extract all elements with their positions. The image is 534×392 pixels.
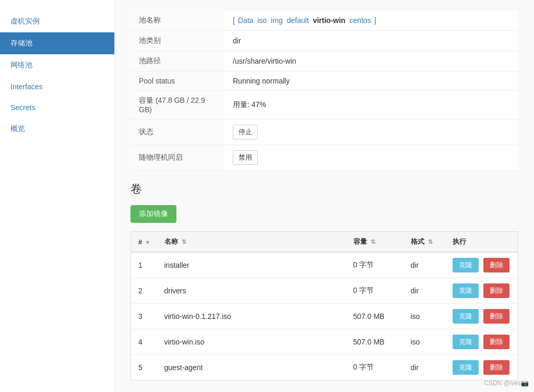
autostart-label: 随物理机同启 [130, 145, 224, 171]
col-header-action: 执行 [445, 232, 518, 253]
cell-name: installer [157, 252, 346, 278]
pool-link-centos[interactable]: centos [350, 16, 371, 25]
table-row: 2 drivers 0 字节 dir 克隆 删除 [131, 278, 518, 304]
pool-status-label: Pool status [130, 72, 224, 91]
cell-size: 0 字节 [346, 252, 404, 278]
pool-link-iso[interactable]: iso [257, 16, 267, 25]
sort-icon-name[interactable]: ⇅ [182, 239, 186, 245]
info-row-pool-name: 池名称 [ Data iso img default virtio-win ce… [130, 10, 518, 31]
cell-action: 克隆 删除 [445, 252, 518, 278]
sidebar-item-interfaces[interactable]: Interfaces [0, 76, 114, 97]
col-header-format: 格式 ⇅ [404, 232, 445, 253]
volumes-table: # ▾ 名称 ⇅ 容量 ⇅ 格式 ⇅ [130, 231, 518, 381]
clone-button-2[interactable]: 克隆 [453, 283, 479, 298]
pool-type-label: 池类别 [130, 31, 224, 51]
table-row: 1 installer 0 字节 dir 克隆 删除 [131, 252, 518, 278]
clone-button-3[interactable]: 克隆 [453, 309, 479, 324]
info-row-pool-path: 池路径 /usr/share/virtio-win [130, 51, 518, 72]
sidebar-item-overview[interactable]: 概览 [0, 118, 114, 140]
col-header-size: 容量 ⇅ [346, 232, 404, 253]
cell-size: 507.0 MB [346, 329, 404, 355]
delete-button-4[interactable]: 删除 [483, 335, 509, 349]
col-header-num: # ▾ [131, 232, 157, 253]
pool-status-value: Running normally [224, 72, 518, 91]
cell-size: 0 字节 [346, 278, 404, 304]
cell-num: 1 [131, 252, 157, 278]
col-header-name: 名称 ⇅ [157, 232, 346, 253]
cell-format: iso [404, 329, 445, 355]
cell-num: 2 [131, 278, 157, 304]
cell-format: iso [404, 304, 445, 329]
cell-size: 0 字节 [346, 355, 404, 381]
state-label: 状态 [130, 120, 224, 145]
info-table: 池名称 [ Data iso img default virtio-win ce… [130, 10, 518, 171]
capacity-label: 容量 (47.8 GB / 22.9 GB) [130, 91, 224, 120]
info-row-pool-status: Pool status Running normally [130, 72, 518, 91]
pool-link-virtio-win[interactable]: virtio-win [313, 16, 345, 25]
delete-button-3[interactable]: 删除 [483, 309, 509, 324]
info-row-autostart: 随物理机同启 禁用 [130, 145, 518, 171]
clone-button-5[interactable]: 克隆 [453, 360, 479, 375]
sort-icon-size[interactable]: ⇅ [371, 239, 375, 245]
cell-format: dir [404, 355, 445, 381]
table-row: 4 virtio-win.iso 507.0 MB iso 克隆 删除 [131, 329, 518, 355]
cell-name: virtio-win-0.1.217.iso [157, 304, 346, 329]
table-row: 3 virtio-win-0.1.217.iso 507.0 MB iso 克隆… [131, 304, 518, 329]
cell-name: guest-agent [157, 355, 346, 381]
delete-button-2[interactable]: 删除 [483, 283, 509, 298]
cell-name: virtio-win.iso [157, 329, 346, 355]
cell-action: 克隆 删除 [445, 278, 518, 304]
clone-button-1[interactable]: 克隆 [453, 258, 479, 272]
info-row-state: 状态 停止 [130, 120, 518, 145]
delete-button-5[interactable]: 删除 [483, 360, 509, 375]
cell-num: 5 [131, 355, 157, 381]
sidebar-item-vm-instances[interactable]: 虚机实例 [0, 10, 114, 32]
delete-button-1[interactable]: 删除 [483, 258, 509, 272]
cell-size: 507.0 MB [346, 304, 404, 329]
pool-path-label: 池路径 [130, 51, 224, 72]
pool-link-data[interactable]: Data [238, 16, 254, 25]
pool-link-default[interactable]: default [287, 16, 309, 25]
pool-link-img[interactable]: img [271, 16, 283, 25]
cell-num: 3 [131, 304, 157, 329]
sort-icon-format[interactable]: ⇅ [428, 239, 433, 245]
sidebar-item-secrets[interactable]: Secrets [0, 97, 114, 118]
info-row-capacity: 容量 (47.8 GB / 22.9 GB) 用量: 47% [130, 91, 518, 120]
disable-autostart-button[interactable]: 禁用 [233, 150, 258, 165]
cell-format: dir [404, 252, 445, 278]
cell-name: drivers [157, 278, 346, 304]
sidebar: 虚机实例 存储池 网络池 Interfaces Secrets 概览 [0, 0, 115, 392]
sort-icon-num[interactable]: ▾ [146, 239, 149, 245]
cell-format: dir [404, 278, 445, 304]
sidebar-item-network-pool[interactable]: 网络池 [0, 54, 114, 76]
info-row-pool-type: 池类别 dir [130, 31, 518, 51]
sidebar-item-storage-pool[interactable]: 存储池 [0, 32, 114, 54]
add-image-button[interactable]: 添加镜像 [130, 205, 176, 223]
pool-path-value: /usr/share/virtio-win [224, 51, 518, 72]
table-header-row: # ▾ 名称 ⇅ 容量 ⇅ 格式 ⇅ [131, 232, 518, 253]
table-row: 5 guest-agent 0 字节 dir 克隆 删除 [131, 355, 518, 381]
watermark: CSDN @ives📷 [484, 379, 529, 387]
main-content: 池名称 [ Data iso img default virtio-win ce… [115, 0, 534, 392]
clone-button-4[interactable]: 克隆 [453, 335, 479, 349]
cell-action: 克隆 删除 [445, 329, 518, 355]
cell-action: 克隆 删除 [445, 355, 518, 381]
pool-type-value: dir [224, 31, 518, 51]
volumes-title: 卷 [130, 181, 518, 197]
cell-action: 克隆 删除 [445, 304, 518, 329]
stop-button[interactable]: 停止 [233, 125, 258, 139]
pool-name-value: [ Data iso img default virtio-win centos… [224, 10, 518, 31]
capacity-value: 用量: 47% [224, 91, 518, 120]
cell-num: 4 [131, 329, 157, 355]
pool-name-label: 池名称 [130, 10, 224, 31]
